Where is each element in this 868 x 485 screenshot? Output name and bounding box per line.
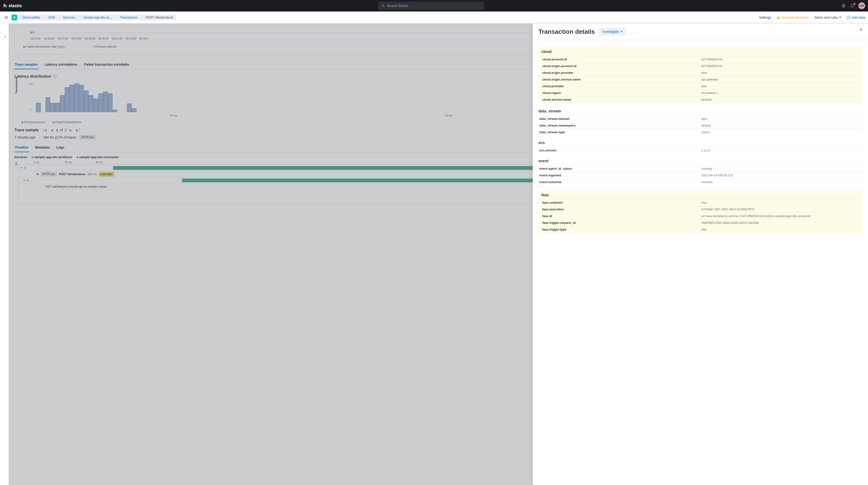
settings-link[interactable]: Settings	[759, 16, 771, 20]
global-search-input[interactable]: Search Elastic	[378, 2, 484, 10]
breadcrumb-services[interactable]: Services	[59, 14, 78, 20]
alerts-rules-menu[interactable]: Alerts and rules	[814, 16, 841, 20]
add-data-label: Add data	[852, 16, 865, 20]
breadcrumb-apm[interactable]: APM	[44, 14, 58, 20]
svg-point-3	[382, 5, 384, 6]
elastic-logo-icon	[3, 4, 7, 8]
search-icon	[381, 4, 385, 7]
space-selector[interactable]: D	[11, 14, 17, 20]
sub-header: D Observability APM Services sample-app-…	[0, 11, 868, 24]
plus-icon: +	[847, 16, 850, 19]
svg-point-5	[842, 4, 845, 7]
brand-logo[interactable]: elastic	[3, 3, 22, 8]
search-placeholder: Search Elastic	[387, 4, 408, 8]
brand-text: elastic	[9, 3, 22, 8]
alerts-label: Alerts and rules	[814, 16, 838, 20]
global-header: elastic Search Elastic AW	[0, 0, 868, 11]
anomaly-label: Anomaly detection	[781, 16, 809, 20]
breadcrumb-transaction-name: POST /dev/produce	[141, 14, 176, 20]
add-data-link[interactable]: +Add data	[847, 16, 865, 20]
breadcrumb: Observability APM Services sample-app-de…	[19, 14, 176, 20]
breadcrumb-service-name[interactable]: sample-app-dev-pr...	[79, 14, 115, 20]
warning-icon	[777, 16, 780, 19]
svg-point-2	[3, 6, 5, 7]
svg-point-1	[5, 5, 7, 7]
search-wrap: Search Elastic	[22, 2, 840, 10]
newsfeed-icon[interactable]	[849, 2, 856, 9]
svg-line-4	[384, 6, 384, 7]
nav-toggle-icon[interactable]	[3, 14, 9, 21]
anomaly-detection-link[interactable]: Anomaly detection	[777, 16, 809, 20]
svg-point-6	[843, 5, 844, 6]
breadcrumb-observability[interactable]: Observability	[19, 14, 43, 20]
page-tools: Settings Anomaly detection Alerts and ru…	[759, 16, 865, 20]
chevron-down-icon	[839, 17, 841, 18]
header-tools: AW	[840, 2, 865, 9]
help-icon[interactable]	[840, 2, 847, 9]
breadcrumb-transactions[interactable]: Transactions	[116, 14, 141, 20]
user-avatar[interactable]: AW	[859, 2, 865, 9]
